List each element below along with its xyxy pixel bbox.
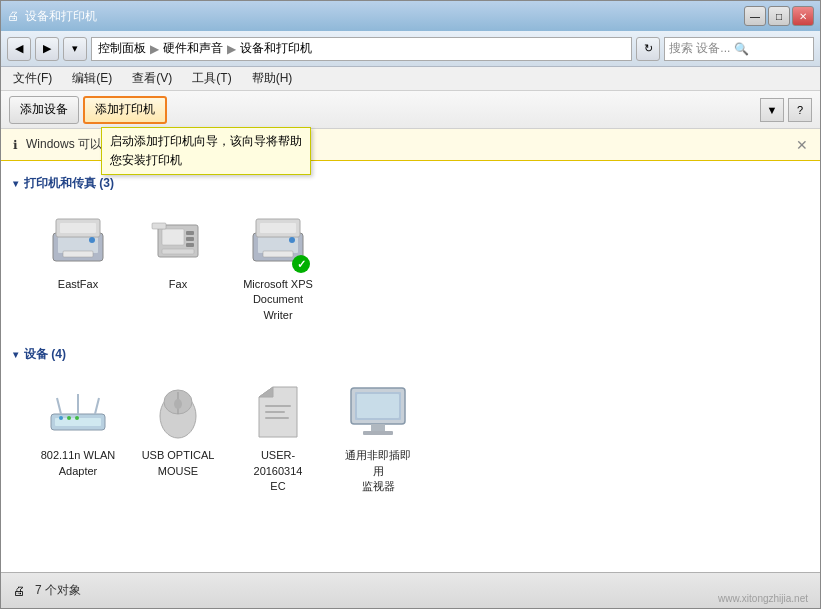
watermark: www.xitongzhijia.net <box>718 593 808 604</box>
eastfax-label: EastFax <box>58 277 98 292</box>
mouse-icon <box>146 380 210 444</box>
fax-label: Fax <box>169 277 187 292</box>
router-label: 802.11n WLANAdapter <box>41 448 116 479</box>
view-controls: ▼ ? <box>760 98 812 122</box>
window-icon: 🖨 <box>7 9 19 23</box>
svg-rect-35 <box>265 417 289 419</box>
device-item-fax[interactable]: Fax <box>133 202 223 330</box>
device-item-mouse[interactable]: USB OPTICALMOUSE <box>133 373 223 501</box>
tooltip-line1: 启动添加打印机向导，该向导将帮助 <box>110 132 302 151</box>
menu-bar: 文件(F) 编辑(E) 查看(V) 工具(T) 帮助(H) <box>1 67 820 91</box>
title-bar-controls: — □ ✕ <box>744 6 814 26</box>
drive-icon <box>246 380 310 444</box>
tooltip-line2: 您安装打印机 <box>110 151 302 170</box>
svg-line-23 <box>95 398 99 414</box>
svg-rect-4 <box>63 251 93 257</box>
add-printer-tooltip: 启动添加打印机向导，该向导将帮助 您安装打印机 <box>101 127 311 175</box>
devices-section-header: ▾ 设备 (4) <box>13 346 808 363</box>
svg-point-26 <box>75 416 79 420</box>
device-item-monitor[interactable]: 通用非即插即用监视器 <box>333 373 423 501</box>
nav-bar: ◀ ▶ ▾ 控制面板 ▶ 硬件和声音 ▶ 设备和打印机 ↻ 搜索 设备... 🔍 <box>1 31 820 67</box>
printers-collapse-arrow[interactable]: ▾ <box>13 178 18 189</box>
fax-svg <box>148 215 208 267</box>
fax-icon <box>146 209 210 273</box>
svg-point-18 <box>289 237 295 243</box>
main-window: 🖨 设备和打印机 — □ ✕ ◀ ▶ ▾ 控制面板 ▶ 硬件和声音 ▶ 设备和打… <box>0 0 821 609</box>
device-item-router[interactable]: 802.11n WLANAdapter <box>33 373 123 501</box>
menu-edit[interactable]: 编辑(E) <box>66 68 118 89</box>
drive-label: USER-20160314EC <box>240 448 316 494</box>
back-button[interactable]: ◀ <box>7 37 31 61</box>
minimize-button[interactable]: — <box>744 6 766 26</box>
router-svg <box>47 386 109 438</box>
svg-rect-9 <box>186 237 194 241</box>
svg-rect-11 <box>162 249 194 254</box>
svg-rect-39 <box>363 431 393 435</box>
svg-rect-10 <box>186 243 194 247</box>
title-bar: 🖨 设备和打印机 — □ ✕ <box>1 1 820 31</box>
menu-help[interactable]: 帮助(H) <box>246 68 299 89</box>
breadcrumb-item-3[interactable]: 设备和打印机 <box>240 40 312 57</box>
eastfax-icon <box>46 209 110 273</box>
info-icon: ℹ <box>13 138 18 152</box>
printers-section-title: 打印机和传真 (3) <box>24 175 114 192</box>
add-printer-button[interactable]: 添加打印机 <box>83 96 167 124</box>
svg-point-30 <box>174 399 182 409</box>
status-icon: 🖨 <box>13 584 25 598</box>
device-item-drive[interactable]: USER-20160314EC <box>233 373 323 501</box>
nav-dropdown-button[interactable]: ▾ <box>63 37 87 61</box>
svg-rect-17 <box>263 251 293 257</box>
breadcrumb: 控制面板 ▶ 硬件和声音 ▶ 设备和打印机 <box>91 37 632 61</box>
help-button[interactable]: ? <box>788 98 812 122</box>
menu-tools[interactable]: 工具(T) <box>186 68 237 89</box>
close-button[interactable]: ✕ <box>792 6 814 26</box>
toolbar: 添加设备 添加打印机 启动添加打印机向导，该向导将帮助 您安装打印机 ▼ ? <box>1 91 820 129</box>
printers-section-header: ▾ 打印机和传真 (3) <box>13 175 808 192</box>
svg-rect-38 <box>371 424 385 432</box>
drive-svg <box>255 383 301 441</box>
default-badge: ✓ <box>292 255 310 273</box>
maximize-button[interactable]: □ <box>768 6 790 26</box>
svg-rect-12 <box>152 223 166 229</box>
router-icon <box>46 380 110 444</box>
menu-file[interactable]: 文件(F) <box>7 68 58 89</box>
view-dropdown-button[interactable]: ▼ <box>760 98 784 122</box>
monitor-label: 通用非即插即用监视器 <box>340 448 416 494</box>
svg-rect-8 <box>186 231 194 235</box>
printer-svg-eastfax <box>48 215 108 267</box>
breadcrumb-item-2[interactable]: 硬件和声音 <box>163 40 223 57</box>
search-box[interactable]: 搜索 设备... 🔍 <box>664 37 814 61</box>
mouse-svg <box>153 382 203 442</box>
svg-line-21 <box>57 398 61 414</box>
add-device-button[interactable]: 添加设备 <box>9 96 79 124</box>
svg-rect-33 <box>265 405 291 407</box>
svg-point-24 <box>59 416 63 420</box>
svg-point-5 <box>89 237 95 243</box>
status-bar: 🖨 7 个对象 www.xitongzhijia.net <box>1 572 820 608</box>
menu-view[interactable]: 查看(V) <box>126 68 178 89</box>
svg-rect-40 <box>357 394 399 418</box>
info-close-button[interactable]: ✕ <box>796 137 808 153</box>
monitor-svg <box>347 384 409 440</box>
device-item-eastfax[interactable]: EastFax <box>33 202 123 330</box>
svg-rect-34 <box>265 411 285 413</box>
svg-rect-7 <box>162 229 184 245</box>
device-item-xps[interactable]: ✓ Microsoft XPS Document Writer <box>233 202 323 330</box>
devices-section-title: 设备 (4) <box>24 346 66 363</box>
refresh-button[interactable]: ↻ <box>636 37 660 61</box>
window-title: 设备和打印机 <box>25 8 97 25</box>
printers-grid: EastFax Fax <box>13 202 808 330</box>
search-placeholder: 搜索 设备... <box>669 40 730 57</box>
monitor-icon <box>346 380 410 444</box>
forward-button[interactable]: ▶ <box>35 37 59 61</box>
devices-grid: 802.11n WLANAdapter USB OPTICALMOUSE <box>13 373 808 501</box>
breadcrumb-item-1[interactable]: 控制面板 <box>98 40 146 57</box>
xps-icon: ✓ <box>246 209 310 273</box>
status-count: 7 个对象 <box>35 582 81 599</box>
title-bar-left: 🖨 设备和打印机 <box>7 8 97 25</box>
svg-point-25 <box>67 416 71 420</box>
svg-marker-32 <box>259 387 273 397</box>
search-icon: 🔍 <box>734 42 749 56</box>
xps-label: Microsoft XPS Document Writer <box>240 277 316 323</box>
devices-collapse-arrow[interactable]: ▾ <box>13 349 18 360</box>
